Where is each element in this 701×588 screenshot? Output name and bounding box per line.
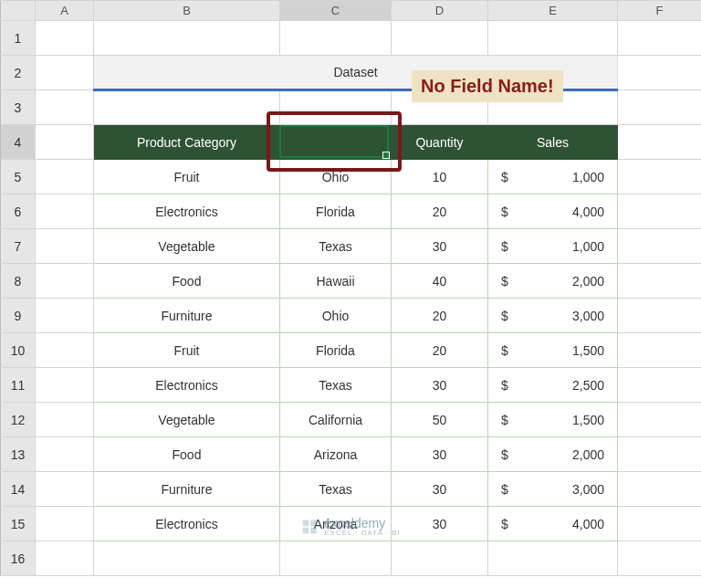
- cell-B6[interactable]: Electronics: [94, 194, 280, 229]
- cell-B7[interactable]: Vegetable: [94, 229, 280, 264]
- cell-B3[interactable]: [94, 90, 280, 125]
- row-header-8[interactable]: 8: [1, 264, 36, 299]
- cell-F13[interactable]: [618, 437, 702, 472]
- col-header-D[interactable]: D: [392, 1, 488, 21]
- cell-E9[interactable]: $3,000: [488, 299, 618, 333]
- cell-B14[interactable]: Furniture: [94, 472, 280, 507]
- cell-B1[interactable]: [94, 21, 280, 56]
- cell-F4[interactable]: [618, 125, 702, 160]
- row-header-3[interactable]: 3: [1, 90, 36, 125]
- row-header-12[interactable]: 12: [1, 403, 36, 437]
- cell-C16[interactable]: [280, 541, 392, 576]
- cell-B9[interactable]: Furniture: [94, 299, 280, 333]
- row-header-16[interactable]: 16: [1, 541, 36, 576]
- cell-A12[interactable]: [36, 403, 94, 437]
- cell-A7[interactable]: [36, 229, 94, 264]
- row-header-6[interactable]: 6: [1, 194, 36, 229]
- cell-E15[interactable]: $4,000: [488, 507, 618, 541]
- cell-B4[interactable]: Product Category: [94, 125, 280, 160]
- row-header-1[interactable]: 1: [1, 21, 36, 56]
- cell-D15[interactable]: 30: [392, 507, 488, 541]
- cell-E10[interactable]: $1,500: [488, 333, 618, 368]
- row-header-14[interactable]: 14: [1, 472, 36, 507]
- cell-D4[interactable]: Quantity: [392, 125, 488, 160]
- cell-C14[interactable]: Texas: [280, 472, 392, 507]
- row-header-7[interactable]: 7: [1, 229, 36, 264]
- cell-E12[interactable]: $1,500: [488, 403, 618, 437]
- cell-C11[interactable]: Texas: [280, 368, 392, 403]
- cell-B11[interactable]: Electronics: [94, 368, 280, 403]
- cell-A10[interactable]: [36, 333, 94, 368]
- cell-F9[interactable]: [618, 299, 702, 333]
- cell-C12[interactable]: California: [280, 403, 392, 437]
- cell-B15[interactable]: Electronics: [94, 507, 280, 541]
- cell-F5[interactable]: [618, 160, 702, 194]
- row-header-9[interactable]: 9: [1, 299, 36, 333]
- cell-D8[interactable]: 40: [392, 264, 488, 299]
- cell-D9[interactable]: 20: [392, 299, 488, 333]
- cell-F16[interactable]: [618, 541, 702, 576]
- cell-F15[interactable]: [618, 507, 702, 541]
- row-header-2[interactable]: 2: [1, 56, 36, 90]
- cell-B10[interactable]: Fruit: [94, 333, 280, 368]
- cell-A16[interactable]: [36, 541, 94, 576]
- col-header-F[interactable]: F: [618, 1, 702, 21]
- cell-D12[interactable]: 50: [392, 403, 488, 437]
- cell-B16[interactable]: [94, 541, 280, 576]
- cell-D1[interactable]: [392, 21, 488, 56]
- cell-C3[interactable]: [280, 90, 392, 125]
- cell-B12[interactable]: Vegetable: [94, 403, 280, 437]
- cell-A5[interactable]: [36, 160, 94, 194]
- cell-F14[interactable]: [618, 472, 702, 507]
- cell-C10[interactable]: Florida: [280, 333, 392, 368]
- cell-E13[interactable]: $2,000: [488, 437, 618, 472]
- cell-C1[interactable]: [280, 21, 392, 56]
- cell-C13[interactable]: Arizona: [280, 437, 392, 472]
- cell-F1[interactable]: [618, 21, 702, 56]
- cell-E11[interactable]: $2,500: [488, 368, 618, 403]
- cell-F3[interactable]: [618, 90, 702, 125]
- row-header-5[interactable]: 5: [1, 160, 36, 194]
- cell-E7[interactable]: $1,000: [488, 229, 618, 264]
- cell-C9[interactable]: Ohio: [280, 299, 392, 333]
- cell-F8[interactable]: [618, 264, 702, 299]
- cell-B13[interactable]: Food: [94, 437, 280, 472]
- cell-E16[interactable]: [488, 541, 618, 576]
- row-header-13[interactable]: 13: [1, 437, 36, 472]
- cell-C4[interactable]: [280, 125, 392, 160]
- cell-A9[interactable]: [36, 299, 94, 333]
- cell-A1[interactable]: [36, 21, 94, 56]
- cell-E8[interactable]: $2,000: [488, 264, 618, 299]
- cell-A15[interactable]: [36, 507, 94, 541]
- col-header-C[interactable]: C: [280, 1, 392, 21]
- cell-D5[interactable]: 10: [392, 160, 488, 194]
- cell-B5[interactable]: Fruit: [94, 160, 280, 194]
- col-header-A[interactable]: A: [36, 1, 94, 21]
- cell-B8[interactable]: Food: [94, 264, 280, 299]
- cell-D7[interactable]: 30: [392, 229, 488, 264]
- cell-D14[interactable]: 30: [392, 472, 488, 507]
- col-header-E[interactable]: E: [488, 1, 618, 21]
- cell-C7[interactable]: Texas: [280, 229, 392, 264]
- row-header-15[interactable]: 15: [1, 507, 36, 541]
- cell-D10[interactable]: 20: [392, 333, 488, 368]
- cell-A8[interactable]: [36, 264, 94, 299]
- cell-F10[interactable]: [618, 333, 702, 368]
- row-header-4[interactable]: 4: [1, 125, 36, 160]
- cell-F12[interactable]: [618, 403, 702, 437]
- cell-E6[interactable]: $4,000: [488, 194, 618, 229]
- spreadsheet-grid[interactable]: A B C D E F 12Dataset34Product CategoryQ…: [0, 0, 701, 576]
- cell-A13[interactable]: [36, 437, 94, 472]
- cell-F6[interactable]: [618, 194, 702, 229]
- cell-D6[interactable]: 20: [392, 194, 488, 229]
- cell-E4[interactable]: Sales: [488, 125, 618, 160]
- cell-C5[interactable]: Ohio: [280, 160, 392, 194]
- cell-E14[interactable]: $3,000: [488, 472, 618, 507]
- cell-A6[interactable]: [36, 194, 94, 229]
- select-all-corner[interactable]: [1, 1, 36, 21]
- cell-E5[interactable]: $1,000: [488, 160, 618, 194]
- row-header-11[interactable]: 11: [1, 368, 36, 403]
- cell-E1[interactable]: [488, 21, 618, 56]
- cell-F11[interactable]: [618, 368, 702, 403]
- cell-A4[interactable]: [36, 125, 94, 160]
